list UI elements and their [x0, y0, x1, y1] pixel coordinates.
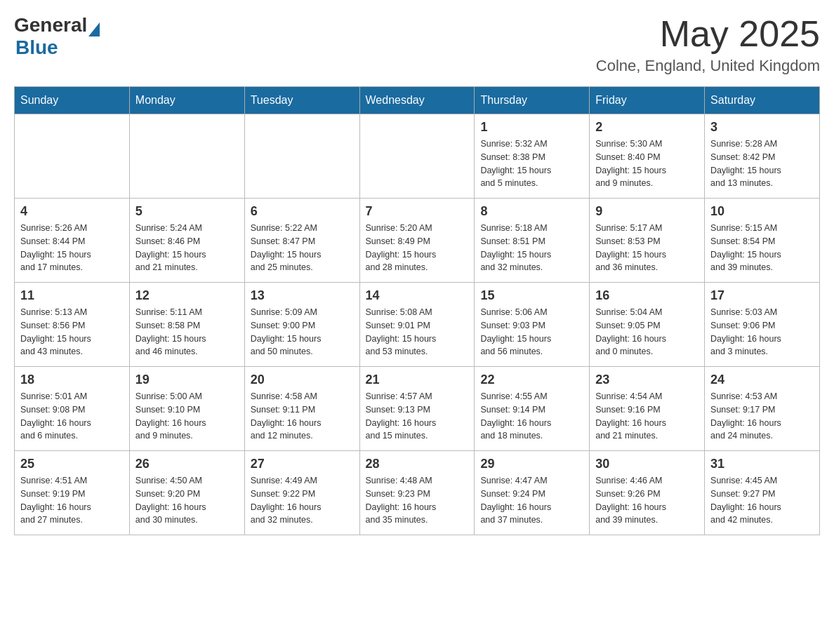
day-info: Sunrise: 5:24 AM Sunset: 8:46 PM Dayligh… — [135, 222, 239, 274]
day-number: 6 — [251, 204, 354, 219]
calendar-cell: 6Sunrise: 5:22 AM Sunset: 8:47 PM Daylig… — [244, 199, 359, 283]
calendar-cell: 1Sunrise: 5:32 AM Sunset: 8:38 PM Daylig… — [475, 114, 590, 199]
calendar-cell: 16Sunrise: 5:04 AM Sunset: 9:05 PM Dayli… — [590, 283, 705, 367]
day-number: 5 — [135, 204, 239, 219]
calendar-cell: 10Sunrise: 5:15 AM Sunset: 8:54 PM Dayli… — [705, 199, 820, 283]
calendar-cell: 31Sunrise: 4:45 AM Sunset: 9:27 PM Dayli… — [705, 451, 820, 535]
day-number: 18 — [20, 373, 124, 387]
calendar-cell: 22Sunrise: 4:55 AM Sunset: 9:14 PM Dayli… — [475, 367, 590, 451]
month-year-title: May 2025 — [596, 14, 820, 54]
day-number: 15 — [480, 288, 583, 303]
day-info: Sunrise: 4:58 AM Sunset: 9:11 PM Dayligh… — [251, 390, 354, 443]
day-info: Sunrise: 5:11 AM Sunset: 8:58 PM Dayligh… — [135, 306, 239, 358]
calendar-cell: 28Sunrise: 4:48 AM Sunset: 9:23 PM Dayli… — [359, 451, 475, 535]
calendar-cell — [129, 114, 244, 199]
day-number: 8 — [480, 204, 583, 219]
calendar-cell: 30Sunrise: 4:46 AM Sunset: 9:26 PM Dayli… — [590, 451, 705, 535]
calendar-cell: 24Sunrise: 4:53 AM Sunset: 9:17 PM Dayli… — [705, 367, 820, 451]
day-number: 31 — [710, 457, 814, 471]
day-info: Sunrise: 4:45 AM Sunset: 9:27 PM Dayligh… — [710, 474, 814, 527]
day-info: Sunrise: 5:06 AM Sunset: 9:03 PM Dayligh… — [480, 306, 583, 358]
calendar-cell: 27Sunrise: 4:49 AM Sunset: 9:22 PM Dayli… — [244, 451, 359, 535]
day-number: 23 — [595, 373, 699, 387]
day-number: 4 — [20, 204, 124, 219]
calendar-cell: 9Sunrise: 5:17 AM Sunset: 8:53 PM Daylig… — [590, 199, 705, 283]
day-number: 7 — [366, 204, 469, 219]
calendar-week-row: 18Sunrise: 5:01 AM Sunset: 9:08 PM Dayli… — [15, 367, 820, 451]
day-of-week-header: Thursday — [475, 87, 590, 114]
day-info: Sunrise: 4:57 AM Sunset: 9:13 PM Dayligh… — [366, 390, 469, 443]
calendar-header-row: SundayMondayTuesdayWednesdayThursdayFrid… — [15, 87, 820, 114]
calendar-table: SundayMondayTuesdayWednesdayThursdayFrid… — [14, 86, 820, 535]
calendar-cell: 20Sunrise: 4:58 AM Sunset: 9:11 PM Dayli… — [244, 367, 359, 451]
logo: General Blue — [14, 14, 100, 59]
day-number: 26 — [135, 457, 239, 471]
page-header: General Blue May 2025 Colne, England, Un… — [14, 14, 820, 75]
day-info: Sunrise: 5:18 AM Sunset: 8:51 PM Dayligh… — [480, 222, 583, 274]
calendar-week-row: 25Sunrise: 4:51 AM Sunset: 9:19 PM Dayli… — [15, 451, 820, 535]
day-number: 14 — [366, 288, 469, 303]
day-number: 13 — [251, 288, 354, 303]
location-label: Colne, England, United Kingdom — [596, 57, 820, 75]
calendar-cell: 23Sunrise: 4:54 AM Sunset: 9:16 PM Dayli… — [590, 367, 705, 451]
day-info: Sunrise: 4:50 AM Sunset: 9:20 PM Dayligh… — [135, 474, 239, 527]
calendar-cell: 8Sunrise: 5:18 AM Sunset: 8:51 PM Daylig… — [475, 199, 590, 283]
day-info: Sunrise: 5:30 AM Sunset: 8:40 PM Dayligh… — [595, 137, 699, 190]
day-of-week-header: Monday — [129, 87, 244, 114]
day-number: 1 — [480, 120, 583, 135]
day-number: 2 — [595, 120, 699, 135]
calendar-cell: 19Sunrise: 5:00 AM Sunset: 9:10 PM Dayli… — [129, 367, 244, 451]
day-number: 22 — [480, 373, 583, 387]
day-number: 10 — [710, 204, 814, 219]
day-of-week-header: Friday — [590, 87, 705, 114]
day-info: Sunrise: 4:49 AM Sunset: 9:22 PM Dayligh… — [251, 474, 354, 527]
logo-general-text: General — [14, 14, 87, 36]
day-info: Sunrise: 5:32 AM Sunset: 8:38 PM Dayligh… — [480, 137, 583, 190]
calendar-cell: 2Sunrise: 5:30 AM Sunset: 8:40 PM Daylig… — [590, 114, 705, 199]
day-info: Sunrise: 4:48 AM Sunset: 9:23 PM Dayligh… — [366, 474, 469, 527]
calendar-cell: 12Sunrise: 5:11 AM Sunset: 8:58 PM Dayli… — [129, 283, 244, 367]
calendar-cell: 15Sunrise: 5:06 AM Sunset: 9:03 PM Dayli… — [475, 283, 590, 367]
day-info: Sunrise: 5:28 AM Sunset: 8:42 PM Dayligh… — [710, 137, 814, 190]
day-info: Sunrise: 5:08 AM Sunset: 9:01 PM Dayligh… — [366, 306, 469, 358]
day-of-week-header: Saturday — [705, 87, 820, 114]
day-number: 24 — [710, 373, 814, 387]
day-number: 16 — [595, 288, 699, 303]
day-number: 9 — [595, 204, 699, 219]
day-number: 21 — [366, 373, 469, 387]
day-info: Sunrise: 4:46 AM Sunset: 9:26 PM Dayligh… — [595, 474, 699, 527]
day-number: 25 — [20, 457, 124, 471]
calendar-cell: 18Sunrise: 5:01 AM Sunset: 9:08 PM Dayli… — [15, 367, 130, 451]
day-info: Sunrise: 4:53 AM Sunset: 9:17 PM Dayligh… — [710, 390, 814, 443]
day-info: Sunrise: 4:54 AM Sunset: 9:16 PM Dayligh… — [595, 390, 699, 443]
day-number: 29 — [480, 457, 583, 471]
day-info: Sunrise: 5:17 AM Sunset: 8:53 PM Dayligh… — [595, 222, 699, 274]
day-info: Sunrise: 5:00 AM Sunset: 9:10 PM Dayligh… — [135, 390, 239, 443]
calendar-cell: 21Sunrise: 4:57 AM Sunset: 9:13 PM Dayli… — [359, 367, 475, 451]
calendar-cell — [15, 114, 130, 199]
day-number: 28 — [366, 457, 469, 471]
day-of-week-header: Tuesday — [244, 87, 359, 114]
calendar-cell: 11Sunrise: 5:13 AM Sunset: 8:56 PM Dayli… — [15, 283, 130, 367]
day-number: 19 — [135, 373, 239, 387]
day-info: Sunrise: 5:15 AM Sunset: 8:54 PM Dayligh… — [710, 222, 814, 274]
calendar-week-row: 1Sunrise: 5:32 AM Sunset: 8:38 PM Daylig… — [15, 114, 820, 199]
calendar-cell: 14Sunrise: 5:08 AM Sunset: 9:01 PM Dayli… — [359, 283, 475, 367]
calendar-cell: 25Sunrise: 4:51 AM Sunset: 9:19 PM Dayli… — [15, 451, 130, 535]
day-info: Sunrise: 5:13 AM Sunset: 8:56 PM Dayligh… — [20, 306, 124, 358]
day-number: 11 — [20, 288, 124, 303]
day-info: Sunrise: 5:20 AM Sunset: 8:49 PM Dayligh… — [366, 222, 469, 274]
calendar-cell — [244, 114, 359, 199]
day-info: Sunrise: 5:09 AM Sunset: 9:00 PM Dayligh… — [251, 306, 354, 358]
day-number: 12 — [135, 288, 239, 303]
day-info: Sunrise: 4:55 AM Sunset: 9:14 PM Dayligh… — [480, 390, 583, 443]
calendar-cell: 7Sunrise: 5:20 AM Sunset: 8:49 PM Daylig… — [359, 199, 475, 283]
day-info: Sunrise: 5:04 AM Sunset: 9:05 PM Dayligh… — [595, 306, 699, 358]
day-number: 30 — [595, 457, 699, 471]
calendar-cell: 29Sunrise: 4:47 AM Sunset: 9:24 PM Dayli… — [475, 451, 590, 535]
day-number: 17 — [710, 288, 814, 303]
calendar-week-row: 4Sunrise: 5:26 AM Sunset: 8:44 PM Daylig… — [15, 199, 820, 283]
calendar-cell: 4Sunrise: 5:26 AM Sunset: 8:44 PM Daylig… — [15, 199, 130, 283]
calendar-cell: 26Sunrise: 4:50 AM Sunset: 9:20 PM Dayli… — [129, 451, 244, 535]
day-info: Sunrise: 5:03 AM Sunset: 9:06 PM Dayligh… — [710, 306, 814, 358]
